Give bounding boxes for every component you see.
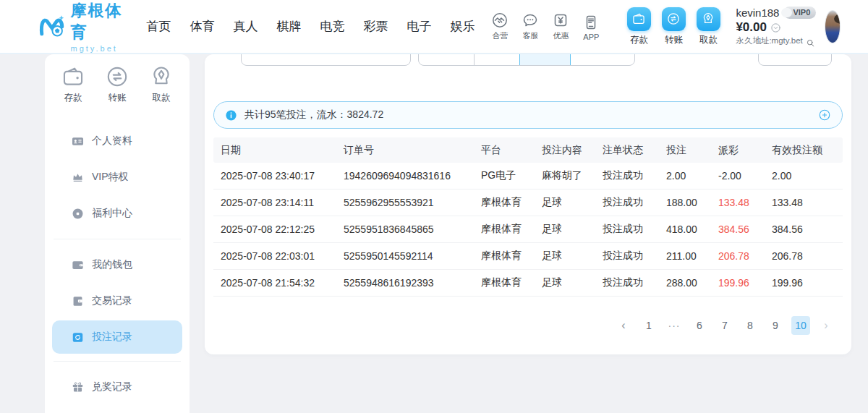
segment-4[interactable] <box>570 54 634 65</box>
brand-domain: mgty.bet <box>71 44 126 53</box>
sidebar-item-label: 个人资料 <box>92 135 132 148</box>
nav-item-娱乐[interactable]: 娱乐 <box>441 12 484 41</box>
pagination: ‹1···678910› <box>205 316 851 335</box>
sidebar-item-label: 我的钱包 <box>92 258 132 271</box>
app-icon <box>582 14 600 31</box>
page-next[interactable]: › <box>817 316 835 335</box>
page-ellipsis[interactable]: ··· <box>665 316 684 335</box>
segment-1[interactable] <box>419 54 474 65</box>
top-header: 摩根体育 mgty.bet 首页体育真人棋牌电竞彩票电子娱乐 合营客服优惠APP… <box>0 0 868 54</box>
gift-icon <box>71 380 85 394</box>
page-1[interactable]: 1 <box>639 316 658 335</box>
th-status: 注单状态 <box>595 144 659 157</box>
transfer-icon <box>105 64 129 89</box>
plus-circle-icon[interactable] <box>818 108 831 122</box>
td-order: 5255962955553921 <box>336 197 474 208</box>
td-date: 2025-07-08 22:03:01 <box>213 250 336 262</box>
page-6[interactable]: 6 <box>690 316 709 335</box>
nav-item-首页[interactable]: 首页 <box>137 12 180 41</box>
page-prev[interactable]: ‹ <box>614 316 633 335</box>
sidebar-item-label: 交易记录 <box>92 294 132 307</box>
sidebar-item-我的钱包[interactable]: 我的钱包 <box>45 247 190 283</box>
sidebar-item-投注记录[interactable]: 投注记录 <box>52 320 182 354</box>
quick-label: APP <box>583 33 599 41</box>
nav-item-体育[interactable]: 体育 <box>180 12 224 41</box>
td-status: 投注成功 <box>595 196 659 209</box>
td-content: 足球 <box>535 223 595 236</box>
td-date: 2025-07-08 23:14:11 <box>213 197 336 208</box>
vip-badge: VIP0 <box>783 7 816 19</box>
quick-label: 合营 <box>492 30 508 41</box>
td-bet: 288.00 <box>659 277 711 289</box>
table-row: 2025-07-08 22:03:015255950145592114摩根体育足… <box>213 243 843 270</box>
th-platform: 平台 <box>474 144 535 157</box>
table-row: 2025-07-08 23:40:171942609694094831616PG… <box>213 163 843 190</box>
td-payout: 384.56 <box>711 223 765 235</box>
header-action-转账[interactable]: 转账 <box>656 7 691 46</box>
sidebar-item-VIP特权[interactable]: VIP特权 <box>45 159 190 195</box>
td-date: 2025-07-08 23:40:17 <box>213 170 336 182</box>
sidebar-item-交易记录[interactable]: 交易记录 <box>45 283 190 319</box>
sidebar-wallet-actions: 存款转账取款 <box>45 54 190 104</box>
nav-item-电子[interactable]: 电子 <box>397 12 441 41</box>
header-action-取款[interactable]: 取款 <box>691 7 726 46</box>
bets-table: 日期订单号平台投注内容注单状态投注派彩有效投注额 2025-07-08 23:4… <box>213 137 843 297</box>
page-8[interactable]: 8 <box>741 316 760 335</box>
th-valid: 有效投注额 <box>765 144 843 157</box>
search-icon[interactable] <box>806 37 815 46</box>
th-date: 日期 <box>213 144 336 157</box>
header-action-存款[interactable]: 存款 <box>621 7 656 46</box>
sidebar-action-取款[interactable]: 取款 <box>149 64 174 104</box>
avatar[interactable] <box>825 10 841 43</box>
brand-logo[interactable]: 摩根体育 mgty.bet <box>38 0 125 53</box>
quick-客服[interactable]: 客服 <box>516 12 545 41</box>
sidebar-action-转账[interactable]: 转账 <box>105 64 129 104</box>
page-9[interactable]: 9 <box>766 316 785 335</box>
action-label: 转账 <box>665 34 683 46</box>
nav-item-电竞[interactable]: 电竞 <box>310 12 354 41</box>
chat-icon <box>522 12 539 29</box>
td-bet: 211.00 <box>659 250 711 262</box>
page-10[interactable]: 10 <box>791 316 810 335</box>
search-button[interactable] <box>676 54 752 66</box>
quick-APP[interactable]: APP <box>576 14 605 41</box>
td-bet: 188.00 <box>659 197 711 208</box>
header-quick-links: 合营客服优惠APP <box>484 12 605 41</box>
quick-合营[interactable]: 合营 <box>485 12 514 41</box>
sidebar-item-label: VIP特权 <box>92 171 129 184</box>
nav-item-棋牌[interactable]: 棋牌 <box>267 12 310 41</box>
balance-amount: ¥0.00 <box>736 20 767 35</box>
wallet-icon <box>61 64 85 89</box>
sidebar-item-个人资料[interactable]: 个人资料 <box>45 123 190 159</box>
reset-button[interactable] <box>758 54 832 66</box>
header-wallet-actions: 存款转账取款 <box>621 7 726 46</box>
td-date: 2025-07-08 21:54:32 <box>213 277 336 289</box>
th-bet: 投注 <box>659 144 711 157</box>
td-status: 投注成功 <box>595 276 659 289</box>
segment-3-selected[interactable] <box>519 54 570 65</box>
table-body: 2025-07-08 23:40:171942609694094831616PG… <box>213 163 843 297</box>
action-label: 取款 <box>699 34 718 46</box>
td-bet: 418.00 <box>659 223 711 235</box>
withdraw-box <box>697 7 720 31</box>
td-order: 1942609694094831616 <box>336 170 474 182</box>
sidebar-item-兑奖记录[interactable]: 兑奖记录 <box>45 369 190 405</box>
td-order: 5255948616192393 <box>336 277 474 289</box>
chevron-down-icon[interactable] <box>770 22 781 33</box>
td-valid: 199.96 <box>765 277 843 289</box>
wallet-icon <box>631 12 646 26</box>
nav-item-彩票[interactable]: 彩票 <box>354 12 397 41</box>
info-icon <box>225 109 237 122</box>
brand-name: 摩根体育 <box>71 0 126 43</box>
nav-item-真人[interactable]: 真人 <box>224 12 267 41</box>
sidebar-item-福利中心[interactable]: 福利中心 <box>45 195 190 231</box>
segment-2[interactable] <box>474 54 519 65</box>
date-range-input[interactable] <box>241 54 411 66</box>
quick-label: 优惠 <box>553 30 569 41</box>
sidebar-action-存款[interactable]: 存款 <box>61 64 85 104</box>
td-content: 足球 <box>535 250 595 263</box>
page-7[interactable]: 7 <box>715 316 734 335</box>
quick-优惠[interactable]: 优惠 <box>546 12 575 41</box>
td-content: 足球 <box>535 276 595 289</box>
sidebar-item-label: 兑奖记录 <box>92 380 132 393</box>
